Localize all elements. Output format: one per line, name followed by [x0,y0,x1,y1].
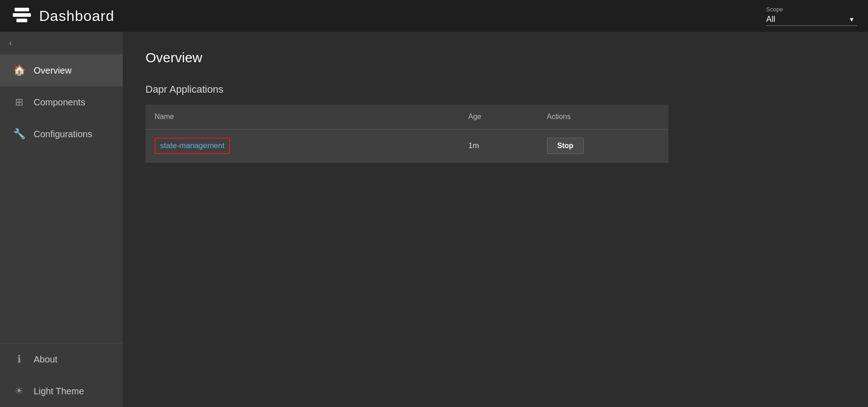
top-header: Dashboard Scope All default production ▾ [0,0,868,32]
grid-icon: ⊞ [13,96,25,108]
app-age-cell: 1m [459,129,538,163]
svg-rect-0 [15,8,29,11]
svg-rect-2 [16,19,27,22]
app-name-link[interactable]: state-management [155,138,230,154]
column-header-name: Name [146,104,459,129]
table-body: state-management 1m Stop [146,129,668,163]
app-actions-cell: Stop [538,129,669,163]
collapse-icon: ‹ [9,38,12,48]
sidebar-label-light-theme: Light Theme [34,386,84,397]
app-title: Dashboard [39,8,115,25]
home-icon: 🏠 [13,65,25,76]
sidebar-item-overview[interactable]: 🏠 Overview [0,55,123,86]
info-icon: ℹ [13,353,25,365]
sidebar-bottom: ℹ About ☀ Light Theme [0,343,123,407]
table-header: Name Age Actions [146,104,668,129]
sidebar-label-components: Components [34,97,85,108]
table-row: state-management 1m Stop [146,129,668,163]
section-title: Dapr Applications [146,84,845,95]
wrench-icon: 🔧 [13,128,25,140]
sidebar-label-configurations: Configurations [34,129,92,139]
sidebar-label-overview: Overview [34,65,71,76]
scope-label: Scope [766,6,783,13]
main-layout: ‹ 🏠 Overview ⊞ Components 🔧 Configuratio… [0,32,868,407]
scope-container: Scope All default production ▾ [766,6,857,26]
sidebar-label-about: About [34,354,57,365]
dapr-logo-icon [11,7,33,25]
scope-select[interactable]: All default production [766,15,848,24]
column-header-actions: Actions [538,104,669,129]
chevron-down-icon: ▾ [850,15,853,24]
sidebar: ‹ 🏠 Overview ⊞ Components 🔧 Configuratio… [0,32,123,407]
applications-table: Name Age Actions state-management 1m Sto… [146,104,668,163]
stop-button[interactable]: Stop [547,138,584,154]
sun-icon: ☀ [13,385,25,397]
sidebar-item-components[interactable]: ⊞ Components [0,86,123,118]
app-name-cell: state-management [146,129,459,163]
sidebar-nav: 🏠 Overview ⊞ Components 🔧 Configurations [0,55,123,343]
sidebar-item-configurations[interactable]: 🔧 Configurations [0,118,123,150]
main-content: Overview Dapr Applications Name Age Acti… [123,32,868,407]
sidebar-collapse-button[interactable]: ‹ [0,32,123,55]
sidebar-item-light-theme[interactable]: ☀ Light Theme [0,375,123,407]
svg-rect-1 [13,13,31,17]
scope-select-wrapper: All default production ▾ [766,15,857,26]
sidebar-item-about[interactable]: ℹ About [0,343,123,375]
column-header-age: Age [459,104,538,129]
table-header-row: Name Age Actions [146,104,668,129]
header-left: Dashboard [11,7,115,25]
page-title: Overview [146,50,845,65]
